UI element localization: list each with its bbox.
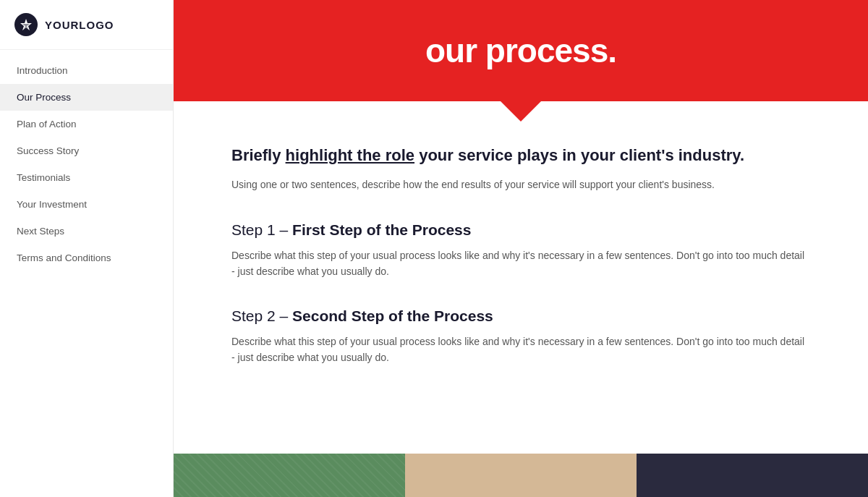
bottom-strip-dark: [637, 454, 868, 497]
step2-heading: Step 2 – Second Step of the Process: [231, 307, 810, 325]
hero-title: our process.: [425, 31, 616, 70]
main-content: our process. Briefly highlight the role …: [174, 0, 868, 497]
sidebar-item-our-process[interactable]: Our Process: [0, 84, 173, 111]
intro-body: Using one or two sentences, describe how…: [231, 177, 810, 192]
content-area: Briefly highlight the role your service …: [174, 101, 868, 454]
step1-body: Describe what this step of your usual pr…: [231, 247, 810, 280]
logo-area: YOURLOGO: [0, 0, 173, 50]
sidebar-item-plan-of-action[interactable]: Plan of Action: [0, 111, 173, 137]
hero-arrow: [499, 100, 542, 122]
sidebar-item-next-steps[interactable]: Next Steps: [0, 218, 173, 245]
intro-heading-part1: Briefly: [231, 146, 286, 164]
step1-title: First Step of the Process: [292, 221, 471, 238]
sidebar-item-terms-and-conditions[interactable]: Terms and Conditions: [0, 245, 173, 271]
logo-text: YOURLOGO: [45, 19, 114, 31]
sidebar-item-success-story[interactable]: Success Story: [0, 137, 173, 164]
step1-prefix: Step 1 –: [231, 221, 292, 238]
sidebar-nav: Introduction Our Process Plan of Action …: [0, 57, 173, 271]
step2-body: Describe what this step of your usual pr…: [231, 334, 810, 366]
intro-heading-highlight: highlight the role: [286, 146, 414, 164]
bottom-image-strip: [174, 454, 868, 497]
hero-banner: our process.: [174, 0, 868, 101]
sidebar-item-introduction[interactable]: Introduction: [0, 57, 173, 84]
bottom-strip-tan: [405, 454, 637, 497]
step1-section: Step 1 – First Step of the Process Descr…: [231, 221, 810, 280]
step2-title: Second Step of the Process: [292, 307, 493, 324]
sidebar-item-testimonials[interactable]: Testimonials: [0, 164, 173, 191]
intro-section: Briefly highlight the role your service …: [231, 145, 810, 192]
sidebar: YOURLOGO Introduction Our Process Plan o…: [0, 0, 174, 497]
step2-section: Step 2 – Second Step of the Process Desc…: [231, 307, 810, 366]
bottom-strip-green: [174, 454, 405, 497]
intro-heading-part2: your service plays in your client's indu…: [414, 146, 744, 164]
intro-heading: Briefly highlight the role your service …: [231, 145, 810, 166]
step2-prefix: Step 2 –: [231, 307, 292, 324]
logo-icon: [14, 13, 38, 36]
sidebar-item-your-investment[interactable]: Your Investment: [0, 191, 173, 218]
step1-heading: Step 1 – First Step of the Process: [231, 221, 810, 239]
